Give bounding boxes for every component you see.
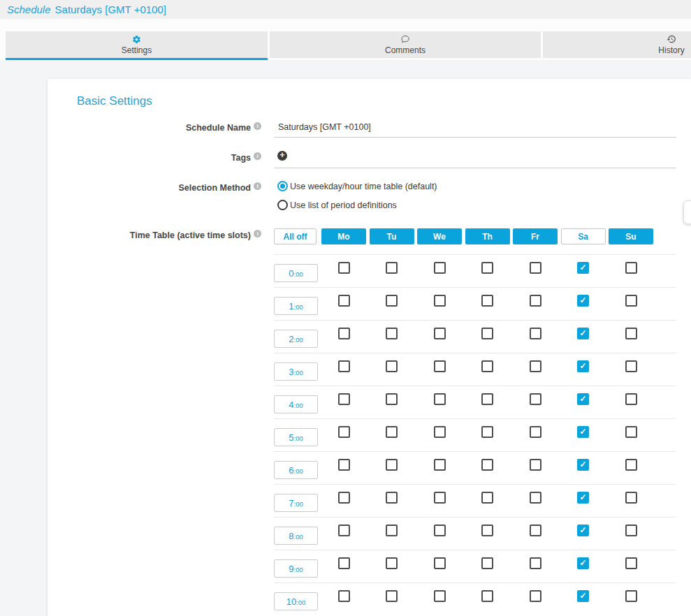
timeslot-checkbox-th-0[interactable]	[481, 262, 493, 274]
info-icon[interactable]: i	[254, 182, 261, 190]
timeslot-checkbox-tu-9[interactable]	[386, 557, 398, 569]
day-toggle-button-tu[interactable]: Tu	[370, 228, 414, 244]
timeslot-checkbox-th-4[interactable]	[481, 393, 493, 405]
timeslot-checkbox-fr-0[interactable]	[530, 262, 541, 274]
timeslot-checkbox-th-10[interactable]	[481, 590, 493, 602]
info-icon[interactable]: i	[254, 122, 261, 130]
timeslot-checkbox-mo-10[interactable]	[338, 590, 350, 602]
hour-row-button-9[interactable]: 9:00	[274, 559, 318, 578]
timeslot-checkbox-fr-3[interactable]	[530, 360, 541, 372]
radio-button[interactable]	[277, 181, 288, 191]
timeslot-checkbox-th-5[interactable]	[481, 426, 493, 438]
timeslot-checkbox-tu-10[interactable]	[386, 590, 398, 602]
timeslot-checkbox-mo-9[interactable]	[338, 557, 350, 569]
timeslot-checkbox-mo-4[interactable]	[338, 393, 350, 405]
side-panel-handle[interactable]	[683, 200, 691, 224]
timeslot-checkbox-mo-0[interactable]	[338, 262, 350, 274]
all-off-button[interactable]: All off	[274, 228, 317, 244]
timeslot-checkbox-tu-3[interactable]	[386, 360, 398, 372]
timeslot-checkbox-th-2[interactable]	[481, 328, 493, 339]
timeslot-checkbox-su-0[interactable]	[625, 262, 637, 274]
timeslot-checkbox-th-1[interactable]	[481, 295, 493, 307]
timeslot-checkbox-th-3[interactable]	[481, 360, 493, 372]
timeslot-checkbox-we-0[interactable]	[434, 262, 446, 274]
timeslot-checkbox-su-2[interactable]	[625, 328, 637, 339]
timeslot-checkbox-su-7[interactable]	[625, 492, 637, 504]
timeslot-checkbox-sa-3[interactable]: ✓	[577, 360, 589, 372]
hour-row-button-6[interactable]: 6:00	[274, 461, 318, 479]
timeslot-checkbox-we-4[interactable]	[434, 393, 446, 405]
timeslot-checkbox-su-6[interactable]	[625, 459, 637, 471]
day-toggle-button-fr[interactable]: Fr	[513, 228, 558, 244]
radio-button[interactable]	[277, 200, 288, 210]
timeslot-checkbox-we-2[interactable]	[434, 328, 446, 339]
hour-row-button-5[interactable]: 5:00	[274, 428, 318, 446]
timeslot-checkbox-sa-2[interactable]: ✓	[577, 328, 589, 339]
schedule-name-input[interactable]: Saturdays [GMT +0100]	[278, 122, 371, 132]
hour-row-button-3[interactable]: 3:00	[274, 362, 318, 381]
timeslot-checkbox-tu-4[interactable]	[386, 393, 398, 405]
tab-history[interactable]: History	[543, 31, 691, 58]
timeslot-checkbox-sa-7[interactable]: ✓	[577, 492, 589, 504]
timeslot-checkbox-sa-1[interactable]: ✓	[577, 295, 589, 307]
timeslot-checkbox-mo-2[interactable]	[338, 328, 350, 339]
timeslot-checkbox-fr-6[interactable]	[530, 459, 541, 471]
timeslot-checkbox-tu-1[interactable]	[386, 295, 398, 307]
hour-row-button-8[interactable]: 8:00	[274, 527, 318, 545]
day-toggle-button-th[interactable]: Th	[465, 228, 510, 244]
timeslot-checkbox-sa-10[interactable]: ✓	[577, 590, 589, 602]
hour-row-button-1[interactable]: 1:00	[274, 297, 318, 315]
timeslot-checkbox-sa-8[interactable]: ✓	[577, 525, 589, 536]
timeslot-checkbox-fr-9[interactable]	[530, 557, 541, 569]
timeslot-checkbox-mo-7[interactable]	[338, 492, 350, 504]
timeslot-checkbox-we-3[interactable]	[434, 360, 446, 372]
timeslot-checkbox-su-1[interactable]	[625, 295, 637, 307]
hour-row-button-0[interactable]: 0:00	[274, 264, 318, 282]
timeslot-checkbox-fr-10[interactable]	[530, 590, 541, 602]
timeslot-checkbox-su-5[interactable]	[625, 426, 637, 438]
tab-settings[interactable]: Settings	[6, 31, 268, 60]
timeslot-checkbox-tu-5[interactable]	[386, 426, 398, 438]
day-toggle-button-mo[interactable]: Mo	[321, 228, 366, 244]
timeslot-checkbox-we-1[interactable]	[434, 295, 446, 307]
timeslot-checkbox-tu-7[interactable]	[386, 492, 398, 504]
timeslot-checkbox-tu-0[interactable]	[386, 262, 398, 274]
timeslot-checkbox-mo-3[interactable]	[338, 360, 350, 372]
radio-option-timetable[interactable]: Use weekday/hour time table (default)	[277, 181, 437, 191]
timeslot-checkbox-we-9[interactable]	[434, 557, 446, 569]
day-toggle-button-su[interactable]: Su	[609, 228, 653, 244]
timeslot-checkbox-mo-8[interactable]	[338, 525, 350, 536]
timeslot-checkbox-we-5[interactable]	[434, 426, 446, 438]
timeslot-checkbox-su-4[interactable]	[625, 393, 637, 405]
day-toggle-button-sa[interactable]: Sa	[561, 228, 606, 244]
timeslot-checkbox-sa-6[interactable]: ✓	[577, 459, 589, 471]
timeslot-checkbox-sa-0[interactable]: ✓	[577, 262, 589, 274]
hour-row-button-7[interactable]: 7:00	[274, 494, 318, 512]
day-toggle-button-we[interactable]: We	[417, 228, 462, 244]
info-icon[interactable]: i	[254, 152, 261, 160]
timeslot-checkbox-mo-6[interactable]	[338, 459, 350, 471]
timeslot-checkbox-th-7[interactable]	[481, 492, 493, 504]
timeslot-checkbox-sa-4[interactable]: ✓	[577, 393, 589, 405]
timeslot-checkbox-th-9[interactable]	[481, 557, 493, 569]
timeslot-checkbox-fr-5[interactable]	[530, 426, 541, 438]
timeslot-checkbox-tu-2[interactable]	[386, 328, 398, 339]
timeslot-checkbox-sa-9[interactable]: ✓	[577, 557, 589, 569]
timeslot-checkbox-we-10[interactable]	[434, 590, 446, 602]
timeslot-checkbox-mo-5[interactable]	[338, 426, 350, 438]
timeslot-checkbox-fr-4[interactable]	[530, 393, 541, 405]
timeslot-checkbox-th-6[interactable]	[481, 459, 493, 471]
timeslot-checkbox-tu-8[interactable]	[386, 525, 398, 536]
timeslot-checkbox-sa-5[interactable]: ✓	[577, 426, 589, 438]
timeslot-checkbox-fr-2[interactable]	[530, 328, 541, 339]
timeslot-checkbox-we-7[interactable]	[434, 492, 446, 504]
timeslot-checkbox-su-10[interactable]	[625, 590, 637, 602]
timeslot-checkbox-fr-1[interactable]	[530, 295, 541, 307]
timeslot-checkbox-su-9[interactable]	[625, 557, 637, 569]
radio-option-periods[interactable]: Use list of period definitions	[277, 200, 397, 210]
info-icon[interactable]: i	[254, 230, 261, 237]
timeslot-checkbox-mo-1[interactable]	[338, 295, 350, 307]
timeslot-checkbox-we-6[interactable]	[434, 459, 446, 471]
timeslot-checkbox-su-8[interactable]	[625, 525, 637, 536]
hour-row-button-10[interactable]: 10:00	[274, 592, 318, 610]
